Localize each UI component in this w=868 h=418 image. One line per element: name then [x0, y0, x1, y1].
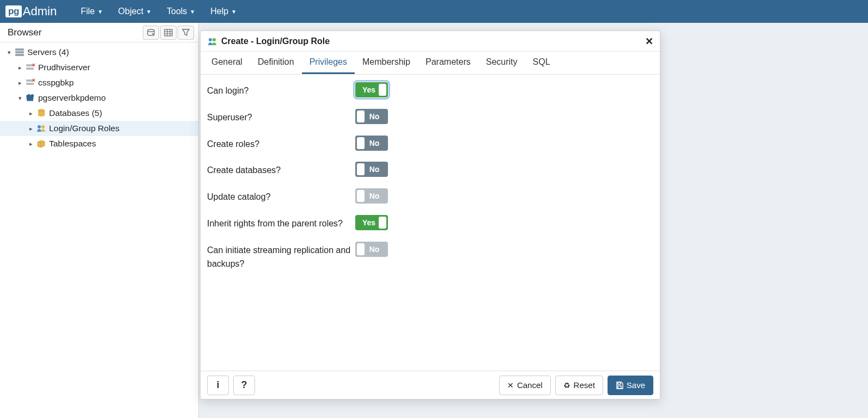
row-create-roles: Create roles? No: [207, 136, 653, 151]
save-button[interactable]: Save: [608, 376, 653, 395]
sidebar-title: Browser: [8, 27, 41, 38]
button-label: Cancel: [517, 380, 543, 390]
switch-knob: [357, 110, 365, 122]
switch-knob: [379, 84, 386, 96]
help-button[interactable]: ?: [233, 376, 255, 395]
filter-button[interactable]: [178, 26, 194, 40]
switch-text: No: [369, 112, 380, 121]
tree-server-item[interactable]: ▾ pgserverbkpdemo: [0, 90, 198, 106]
row-superuser: Superuser? No: [207, 109, 653, 125]
tree-toggle-icon[interactable]: ▸: [27, 110, 35, 117]
tab-membership[interactable]: Membership: [355, 52, 418, 74]
tree-toggle-icon[interactable]: ▸: [16, 64, 24, 71]
chevron-down-icon: ▼: [231, 9, 236, 15]
button-label: Reset: [574, 380, 595, 390]
switch-text: No: [369, 192, 380, 200]
close-icon: ✕: [507, 381, 514, 390]
menu-label: File: [81, 7, 95, 16]
label-superuser: Superuser?: [207, 109, 355, 125]
tree-toggle-icon[interactable]: ▸: [27, 140, 35, 147]
svg-point-0: [148, 29, 154, 31]
tab-general[interactable]: General: [204, 52, 250, 74]
svg-point-19: [209, 38, 212, 41]
label-streaming-replication: Can initiate streaming replication and b…: [207, 242, 355, 271]
dialog-footer: i ? ✕ Cancel ♻ Reset Sav: [201, 371, 660, 399]
save-icon: [616, 382, 623, 389]
database-icon: [36, 109, 47, 118]
menu-file[interactable]: File ▼: [73, 0, 111, 23]
switch-create-roles[interactable]: No: [355, 136, 388, 151]
server-disconnected-icon: ×: [25, 63, 36, 72]
label-can-login: Can login?: [207, 82, 355, 98]
switch-knob: [357, 137, 365, 149]
reset-button[interactable]: ♻ Reset: [555, 376, 603, 395]
dialog-title: Create - Login/Group Role: [221, 36, 330, 46]
close-icon[interactable]: ✕: [645, 35, 653, 47]
sidebar-header: Browser: [0, 23, 198, 42]
tree-label: pgserverbkpdemo: [38, 93, 106, 103]
menu-tools[interactable]: Tools ▼: [159, 0, 203, 23]
svg-rect-8: [15, 54, 24, 56]
menu-help[interactable]: Help ▼: [203, 0, 244, 23]
tree-label: Servers (4): [27, 47, 69, 57]
question-icon: ?: [241, 379, 247, 391]
label-update-catalog: Update catalog?: [207, 188, 355, 204]
server-disconnected-icon: ×: [25, 78, 36, 87]
tree-label: Prudhviserver: [38, 63, 90, 72]
tree-label: Tablespaces: [49, 139, 96, 149]
query-tool-button[interactable]: [143, 26, 159, 40]
logo-text: Admin: [23, 4, 57, 19]
label-create-databases: Create databases?: [207, 162, 355, 177]
tree-server-item[interactable]: ▸ × Prudhviserver: [0, 60, 198, 75]
chevron-down-icon: ▼: [98, 9, 103, 15]
menu-label: Tools: [167, 7, 187, 16]
label-inherit-rights: Inherit rights from the parent roles?: [207, 215, 355, 231]
row-inherit-rights: Inherit rights from the parent roles? Ye…: [207, 215, 653, 231]
tab-security[interactable]: Security: [478, 52, 525, 74]
chevron-down-icon: ▼: [146, 9, 151, 15]
tree-toggle-icon[interactable]: ▸: [27, 125, 35, 132]
tree-label: csspgbkp: [38, 78, 74, 88]
tab-definition[interactable]: Definition: [250, 52, 302, 74]
row-create-databases: Create databases? No: [207, 162, 653, 177]
switch-knob: [379, 217, 386, 229]
switch-knob: [357, 190, 365, 202]
tree-servers-root[interactable]: ▾ Servers (4): [0, 45, 198, 60]
svg-rect-21: [618, 382, 621, 384]
switch-text: No: [369, 139, 380, 147]
switch-inherit-rights[interactable]: Yes: [355, 215, 388, 230]
tree-label: Login/Group Roles: [49, 124, 119, 133]
switch-create-databases[interactable]: No: [355, 162, 388, 177]
row-streaming-replication: Can initiate streaming replication and b…: [207, 242, 653, 271]
view-data-button[interactable]: [160, 26, 177, 40]
row-update-catalog: Update catalog? No: [207, 188, 653, 204]
roles-icon: [36, 124, 47, 133]
tree-tablespaces[interactable]: ▸ Tablespaces: [0, 136, 198, 151]
tree-databases[interactable]: ▸ Databases (5): [0, 106, 198, 121]
tree-login-roles[interactable]: ▸ Login/Group Roles: [0, 121, 198, 136]
tab-privileges[interactable]: Privileges: [302, 52, 355, 74]
switch-knob: [357, 163, 365, 175]
switch-can-login[interactable]: Yes: [355, 82, 388, 97]
switch-text: No: [369, 245, 380, 254]
tab-parameters[interactable]: Parameters: [418, 52, 478, 74]
menu-object[interactable]: Object ▼: [111, 0, 159, 23]
create-role-dialog: Create - Login/Group Role ✕ General Defi…: [200, 30, 660, 399]
svg-rect-22: [618, 386, 621, 389]
sidebar-tools: [143, 26, 194, 40]
logo[interactable]: pg Admin: [5, 4, 57, 19]
tree-toggle-icon[interactable]: ▾: [16, 95, 24, 102]
tab-sql[interactable]: SQL: [525, 52, 558, 74]
tree-toggle-icon[interactable]: ▸: [16, 79, 24, 87]
switch-update-catalog: No: [355, 188, 388, 204]
menu-label: Object: [118, 7, 143, 16]
cancel-button[interactable]: ✕ Cancel: [499, 376, 551, 395]
tree-server-item[interactable]: ▸ × csspgbkp: [0, 75, 198, 90]
dialog-header: Create - Login/Group Role ✕: [201, 31, 660, 52]
switch-text: No: [369, 165, 380, 174]
switch-superuser[interactable]: No: [355, 109, 388, 124]
info-button[interactable]: i: [207, 376, 229, 395]
dialog-tabs: General Definition Privileges Membership…: [201, 52, 660, 75]
tree-toggle-icon[interactable]: ▾: [5, 49, 13, 56]
elephant-icon: [25, 94, 36, 102]
